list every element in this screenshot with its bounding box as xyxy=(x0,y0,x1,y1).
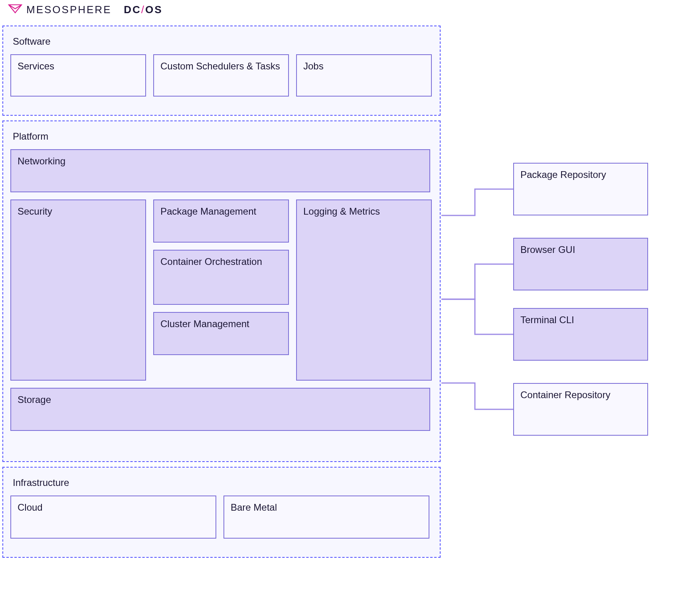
security-tile: Security xyxy=(10,199,146,381)
browser-gui-tile: Browser GUI xyxy=(513,238,648,290)
infrastructure-group-title: Infrastructure xyxy=(13,477,433,488)
infrastructure-group: Infrastructure Cloud Bare Metal xyxy=(2,467,441,558)
mesosphere-logo-icon xyxy=(8,3,22,16)
services-tile: Services xyxy=(10,54,146,97)
package-management-tile: Package Management xyxy=(153,199,289,243)
terminal-cli-tile: Terminal CLI xyxy=(513,308,648,361)
cloud-tile: Cloud xyxy=(10,496,216,539)
product-prefix: DC xyxy=(124,4,141,16)
product-slash: / xyxy=(141,4,145,16)
bare-metal-tile: Bare Metal xyxy=(223,496,429,539)
software-group: Software Services Custom Schedulers & Ta… xyxy=(2,26,441,116)
brand-logo: MESOSPHERE DC/OS xyxy=(8,3,163,16)
logging-metrics-tile: Logging & Metrics xyxy=(296,199,432,381)
custom-schedulers-tile: Custom Schedulers & Tasks xyxy=(153,54,289,97)
product-suffix: OS xyxy=(145,4,163,16)
software-group-title: Software xyxy=(13,36,433,47)
container-orchestration-tile: Container Orchestration xyxy=(153,250,289,305)
container-repository-tile: Container Repository xyxy=(513,383,648,436)
package-repository-tile: Package Repository xyxy=(513,163,648,215)
storage-tile: Storage xyxy=(10,388,430,431)
platform-group: Platform Networking Security Package Man… xyxy=(2,120,441,462)
platform-group-title: Platform xyxy=(13,131,433,142)
jobs-tile: Jobs xyxy=(296,54,432,97)
brand-text: MESOSPHERE DC/OS xyxy=(26,4,163,16)
brand-name: MESOSPHERE xyxy=(26,4,112,16)
cluster-management-tile: Cluster Management xyxy=(153,312,289,355)
networking-tile: Networking xyxy=(10,149,430,192)
